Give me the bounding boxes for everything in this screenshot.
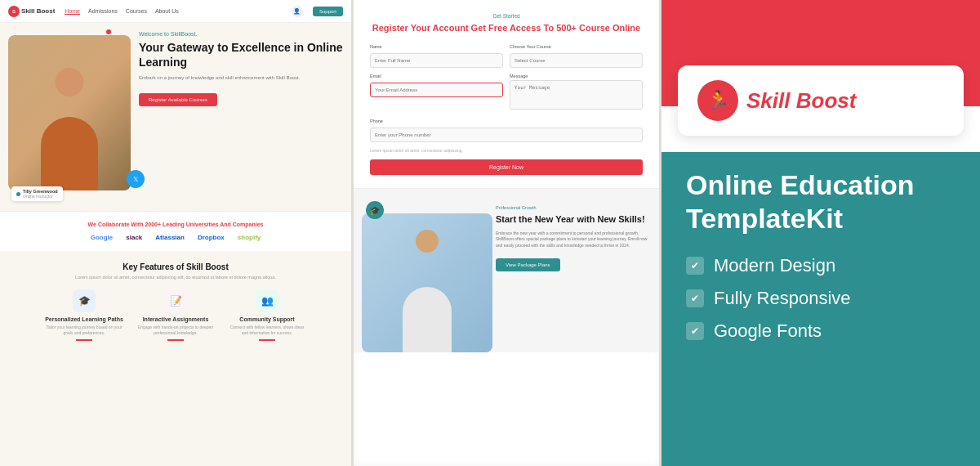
collaborate-section: We Collaborate With 2000+ Leading Univer… xyxy=(0,211,351,251)
right-feature-item-3: ✔ Google Fonts xyxy=(686,320,956,342)
phone-input[interactable] xyxy=(370,128,643,142)
hero-content: Welcome to SkillBoost. Your Gateway to E… xyxy=(139,31,343,106)
navbar-brand: Skill Boost xyxy=(21,7,55,15)
register-button[interactable]: Register Now xyxy=(370,159,643,175)
reg-title: Register Your Account Get Free Access To… xyxy=(370,22,643,34)
decoration-dot xyxy=(106,29,111,34)
check-icon-1: ✔ xyxy=(686,257,704,275)
feature-underline-1 xyxy=(76,339,92,341)
logo-shopify: shopify xyxy=(238,234,261,241)
navbar-links: Home Admissions Courses About Us xyxy=(65,8,282,15)
features-title: Key Features of Skill Boost xyxy=(16,262,335,271)
logos-row: Google slack Atlassian Dropbox shopify xyxy=(16,234,335,241)
promo-title: Start the New Year with New Skills! xyxy=(496,213,651,225)
feature-name-1: Personalized Learning Paths xyxy=(43,316,125,322)
form-footer-text: Lorem ipsum dolor sit amet, consectetur … xyxy=(370,148,643,153)
badge-dot xyxy=(16,192,20,196)
check-icon-3: ✔ xyxy=(686,322,704,340)
logo-card: 🏃 Skill Boost xyxy=(678,65,964,136)
right-feature-label-1: Modern Design xyxy=(714,255,835,276)
features-subtitle: Lorem ipsum dolor sit amet, consectetur … xyxy=(16,275,335,280)
feature-item-1: 🎓 Personalized Learning Paths Tailor you… xyxy=(43,289,125,341)
nav-home[interactable]: Home xyxy=(65,8,80,15)
right-feature-item-2: ✔ Fully Responsive xyxy=(686,288,956,309)
promo-tag: Professional Growth xyxy=(496,205,651,210)
name-input[interactable] xyxy=(370,53,503,68)
logo-card-text: Skill Boost xyxy=(746,88,856,114)
user-icon[interactable]: 👤 xyxy=(292,6,303,17)
feature-item-2: 📝 Interactive Assignments Engage with ha… xyxy=(135,289,216,341)
name-label: Name xyxy=(370,44,503,49)
person-head xyxy=(56,68,84,96)
form-row-email-message: Email Message xyxy=(370,74,643,113)
hero-avatar xyxy=(8,35,131,190)
nav-courses[interactable]: Courses xyxy=(126,8,147,15)
hero-section: + Tilly Greenwood Online Instructor 𝕏 We… xyxy=(0,23,351,211)
avatar-figure xyxy=(20,60,118,190)
feature-underline-3 xyxy=(259,339,275,341)
form-group-message: Message xyxy=(510,74,643,113)
message-label: Message xyxy=(510,74,643,78)
avatar-badge: Tilly Greenwood Online Instructor xyxy=(11,186,63,201)
right-panel: 🏃 Skill Boost Online Education TemplateK… xyxy=(662,0,980,466)
hero-subtitle: Embark on a journey of knowledge and ski… xyxy=(139,74,343,82)
feature-name-2: Interactive Assignments xyxy=(135,316,216,322)
right-bottom: Online Education TemplateKit ✔ Modern De… xyxy=(662,152,980,466)
features-grid: 🎓 Personalized Learning Paths Tailor you… xyxy=(16,289,335,341)
navbar: S Skill Boost Home Admissions Courses Ab… xyxy=(0,0,351,23)
logo-card-icon: 🏃 xyxy=(697,80,738,121)
promo-person-body xyxy=(403,287,452,352)
avatar-name: Tilly Greenwood Online Instructor xyxy=(23,189,58,199)
feature-name-3: Community Support xyxy=(226,316,308,322)
promo-person-head xyxy=(416,230,439,253)
hero-welcome: Welcome to SkillBoost. xyxy=(139,31,343,37)
hero-cta-button[interactable]: Register Available Courses xyxy=(139,93,217,106)
feature-icon-2: 📝 xyxy=(164,289,187,312)
left-panel: S Skill Boost Home Admissions Courses Ab… xyxy=(0,0,351,466)
nav-about[interactable]: About Us xyxy=(155,8,179,15)
right-feature-item-1: ✔ Modern Design xyxy=(686,255,956,276)
middle-panel: Get Started Register Your Account Get Fr… xyxy=(351,0,662,466)
promo-desc: Embrace the new year with a commitment t… xyxy=(496,231,651,249)
promo-content: Professional Growth Start the New Year w… xyxy=(496,205,651,271)
hero-title: Your Gateway to Excellence in Online Lea… xyxy=(139,40,343,69)
email-label: Email xyxy=(370,74,503,78)
feature-item-3: 👥 Community Support Connect with fellow … xyxy=(226,289,308,341)
feature-icon-3: 👥 xyxy=(256,289,278,312)
form-group-name: Name xyxy=(370,44,503,68)
registration-section: Get Started Register Your Account Get Fr… xyxy=(354,0,659,189)
social-icon[interactable]: 𝕏 xyxy=(127,170,145,188)
form-group-phone: Phone xyxy=(370,119,643,142)
form-row-name-course: Name Choose Your Course xyxy=(370,44,643,68)
support-button[interactable]: Support xyxy=(313,7,343,16)
email-input[interactable] xyxy=(370,83,503,97)
person-body xyxy=(41,117,98,190)
course-input[interactable] xyxy=(510,53,643,68)
logo-dropbox: Dropbox xyxy=(198,234,225,241)
check-icon-2: ✔ xyxy=(686,289,704,307)
logo-slack: slack xyxy=(126,234,142,241)
logo-google: Google xyxy=(91,234,114,241)
right-feature-label-3: Google Fonts xyxy=(714,320,822,342)
features-section: Key Features of Skill Boost Lorem ipsum … xyxy=(0,251,351,352)
form-group-email: Email xyxy=(370,74,503,113)
promo-image xyxy=(362,213,492,352)
nav-admissions[interactable]: Admissions xyxy=(88,8,118,15)
feature-desc-1: Tailor your learning journey based on yo… xyxy=(43,325,125,336)
feature-underline-2 xyxy=(167,339,184,341)
reg-label: Get Started xyxy=(370,13,643,19)
form-group-course: Choose Your Course xyxy=(510,44,643,68)
message-textarea[interactable] xyxy=(510,80,643,110)
phone-label: Phone xyxy=(370,119,643,123)
right-feature-label-2: Fully Responsive xyxy=(714,288,851,309)
right-feature-list: ✔ Modern Design ✔ Fully Responsive ✔ Goo… xyxy=(686,255,956,342)
promo-section: 🎓 Professional Growth Start the New Year… xyxy=(354,189,659,352)
logo-icon: S xyxy=(8,6,20,17)
feature-desc-3: Connect with fellow learners, share idea… xyxy=(226,325,308,336)
feature-icon-1: 🎓 xyxy=(73,289,96,312)
navbar-logo[interactable]: S Skill Boost xyxy=(8,6,55,17)
collaborate-title: We Collaborate With 2000+ Leading Univer… xyxy=(16,222,335,227)
course-label: Choose Your Course xyxy=(510,44,643,49)
feature-desc-2: Engage with hands-on projects to deepen … xyxy=(135,325,216,336)
promo-button[interactable]: View Package Plans xyxy=(496,258,560,271)
